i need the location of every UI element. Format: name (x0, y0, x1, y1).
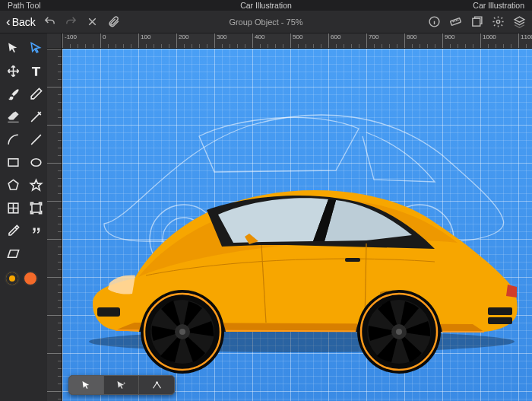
svg-rect-14 (488, 307, 512, 315)
path-mode-toolbar: + (68, 375, 175, 395)
tool-quote[interactable] (26, 221, 46, 240)
svg-point-25 (396, 329, 402, 335)
color-swatches (3, 271, 44, 286)
ruler-button[interactable] (448, 15, 462, 29)
tool-empty (26, 243, 46, 263)
svg-point-27 (156, 381, 157, 383)
svg-rect-2 (472, 18, 480, 26)
tool-line[interactable] (26, 129, 46, 149)
attachment-button[interactable] (107, 15, 121, 29)
tool-direct-select[interactable] (26, 38, 46, 58)
workspace: -100010020030040050060070080090010001100 (0, 33, 532, 401)
svg-rect-1 (450, 18, 461, 26)
tool-eyedropper[interactable] (3, 221, 23, 240)
tool-star[interactable] (26, 175, 46, 195)
tool-rectangle[interactable] (3, 152, 23, 172)
svg-text:+: + (123, 380, 125, 384)
path-mode-add-point[interactable]: + (104, 376, 139, 394)
status-label: Group Object - 75% (229, 18, 302, 27)
svg-point-5 (31, 158, 41, 166)
svg-rect-15 (488, 317, 512, 324)
tool-brush[interactable] (3, 84, 23, 103)
tool-select[interactable] (3, 38, 23, 58)
title-strip: Path Tool Car Illustration Car Illustrat… (0, 0, 532, 11)
tool-eraser[interactable] (3, 107, 23, 126)
canvas-area: -100010020030040050060070080090010001100 (47, 33, 532, 401)
info-button[interactable] (427, 15, 441, 29)
fill-swatch[interactable] (23, 271, 38, 286)
stroke-swatch[interactable] (5, 271, 20, 286)
layers-button[interactable] (512, 15, 526, 29)
path-mode-select[interactable] (69, 376, 104, 394)
document-title-right: Car Illustration (473, 1, 524, 10)
path-mode-convert[interactable] (139, 376, 174, 394)
settings-button[interactable] (491, 15, 505, 29)
ruler-origin[interactable] (47, 33, 62, 49)
tool-ellipse[interactable] (26, 152, 46, 172)
front-wheel (141, 290, 224, 374)
tool-skew[interactable] (3, 243, 23, 263)
chevron-left-icon: ‹ (6, 15, 11, 28)
ruler-horizontal[interactable]: -100010020030040050060070080090010001100 (62, 33, 532, 49)
tool-text[interactable] (26, 61, 46, 81)
undo-button[interactable] (43, 15, 57, 29)
artboards-button[interactable] (470, 15, 483, 29)
tool-artboard[interactable] (26, 198, 46, 218)
tool-move[interactable] (3, 61, 23, 81)
tool-polygon[interactable] (3, 175, 23, 195)
document-title: Car Illustration (240, 1, 292, 10)
svg-point-20 (179, 329, 185, 335)
redo-button[interactable] (65, 15, 78, 29)
svg-point-3 (496, 20, 499, 23)
back-label: Back (12, 16, 36, 28)
tool-mode-label: Path Tool (8, 1, 41, 10)
rear-wheel (357, 290, 441, 374)
svg-rect-4 (8, 158, 18, 166)
svg-rect-12 (345, 258, 360, 262)
canvas[interactable] (62, 49, 532, 401)
close-button[interactable] (86, 15, 100, 29)
ruler-vertical[interactable] (47, 49, 62, 401)
main-toolbar: ‹ Back Group Object - 75% (0, 11, 532, 33)
svg-rect-7 (31, 203, 40, 212)
tool-pencil[interactable] (26, 84, 46, 103)
tool-palette (0, 33, 47, 401)
tool-arc[interactable] (3, 129, 23, 149)
tool-grid[interactable] (3, 198, 23, 218)
svg-rect-13 (97, 307, 120, 317)
back-button[interactable]: ‹ Back (6, 15, 36, 28)
artwork (62, 49, 532, 401)
tool-knife[interactable] (26, 107, 46, 126)
